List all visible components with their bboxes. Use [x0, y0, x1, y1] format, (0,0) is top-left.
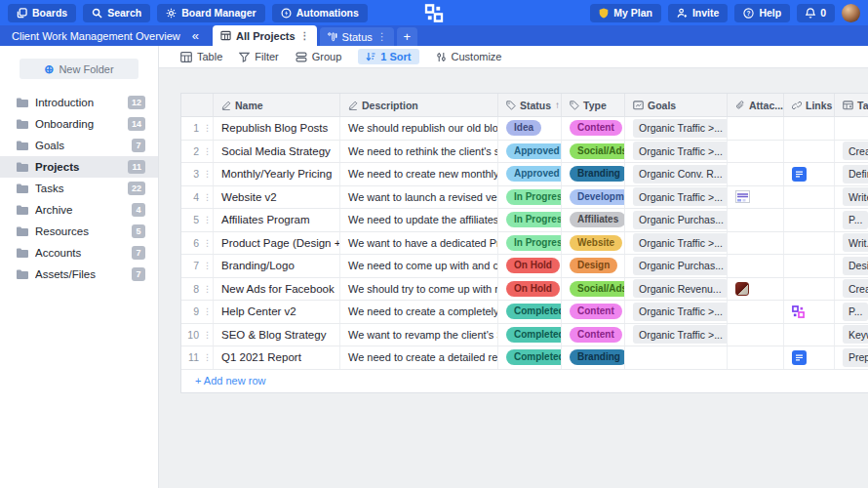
row-drag-handle-icon[interactable]: ⋮	[203, 123, 211, 133]
status-cell[interactable]: In Progress	[498, 209, 562, 231]
links-cell[interactable]	[784, 278, 835, 301]
status-cell[interactable]: In Progress	[498, 186, 562, 209]
row-drag-handle-icon[interactable]: ⋮	[203, 238, 211, 248]
tasks-cell[interactable]: Create...	[835, 141, 868, 163]
tasks-cell[interactable]: Keyw...	[835, 324, 868, 346]
type-cell[interactable]: Social/Ads	[562, 278, 625, 301]
row-drag-handle-icon[interactable]: ⋮	[203, 192, 211, 202]
help-button[interactable]: ? Help	[734, 4, 790, 22]
attachments-cell[interactable]	[728, 278, 784, 301]
name-cell[interactable]: Q1 2021 Report	[214, 346, 340, 369]
goals-cell[interactable]: Organic Traffic >...	[625, 232, 728, 255]
collapse-sidebar-icon[interactable]: «	[188, 29, 213, 46]
attachments-cell[interactable]	[728, 346, 784, 369]
tab-status[interactable]: Status ⋮	[320, 27, 394, 46]
goals-cell[interactable]: Organic Traffic >...	[625, 117, 728, 140]
board-manager-button[interactable]: Board Manager	[157, 4, 264, 22]
status-cell[interactable]: Approved	[498, 163, 562, 185]
tasks-cell[interactable]: P...	[835, 301, 868, 323]
notifications-button[interactable]: 0	[797, 4, 835, 22]
attachments-cell[interactable]	[728, 163, 784, 185]
attachments-cell[interactable]	[728, 301, 784, 323]
name-cell[interactable]: New Ads for Facebook	[214, 278, 340, 301]
description-cell[interactable]: We want to have a dedicated Product P	[340, 232, 498, 255]
links-cell[interactable]	[784, 209, 835, 231]
status-cell[interactable]: Completed	[498, 301, 562, 323]
attachments-cell[interactable]	[728, 232, 784, 255]
attachments-cell[interactable]	[728, 324, 784, 346]
goals-cell[interactable]: Organic Traffic >...	[625, 324, 728, 346]
column-header-type[interactable]: Type	[562, 94, 625, 116]
attachments-cell[interactable]	[728, 209, 784, 231]
description-cell[interactable]: We need to create new monthly/yearly p	[340, 163, 498, 185]
sidebar-item-onboarding[interactable]: Onboarding14	[0, 113, 158, 135]
row-drag-handle-icon[interactable]: ⋮	[203, 284, 211, 294]
description-cell[interactable]: We need to create a completely new He	[340, 301, 498, 323]
links-cell[interactable]	[784, 346, 835, 369]
sidebar-item-projects[interactable]: Projects11	[0, 156, 158, 178]
tasks-cell[interactable]: Writ...	[835, 232, 868, 255]
tasks-cell[interactable]: Prep...	[835, 346, 868, 369]
tasks-cell[interactable]: Write...	[835, 186, 868, 209]
type-cell[interactable]: Website	[562, 232, 625, 255]
tasks-cell[interactable]	[835, 117, 868, 140]
links-cell[interactable]	[784, 324, 835, 346]
description-cell[interactable]: We want to launch a revised version of	[340, 186, 498, 209]
sidebar-item-introduction[interactable]: Introduction12	[0, 92, 158, 113]
row-drag-handle-icon[interactable]: ⋮	[203, 169, 211, 179]
search-button[interactable]: Search	[83, 4, 150, 22]
status-cell[interactable]: In Progress	[498, 232, 562, 255]
name-cell[interactable]: Website v2	[214, 186, 340, 209]
my-plan-button[interactable]: My Plan	[590, 4, 661, 22]
row-drag-handle-icon[interactable]: ⋮	[203, 215, 211, 224]
status-cell[interactable]: Completed	[498, 324, 562, 346]
name-cell[interactable]: Republish Blog Posts	[214, 117, 340, 140]
goals-cell[interactable]: Organic Revenu...	[625, 278, 728, 301]
goals-cell[interactable]: Organic Traffic >...	[625, 301, 728, 323]
tasks-cell[interactable]: Crea...	[835, 278, 868, 301]
add-new-row-button[interactable]: + Add new row	[181, 370, 868, 392]
description-cell[interactable]: We need to rethink the client's social m	[340, 141, 498, 163]
customize-button[interactable]: Customize	[436, 51, 502, 62]
column-header-status[interactable]: Status ↑	[498, 94, 562, 116]
status-cell[interactable]: On Hold	[498, 278, 562, 301]
tab-all-projects[interactable]: All Projects ⋮	[213, 25, 317, 46]
automations-button[interactable]: Automations	[272, 4, 368, 22]
name-cell[interactable]: Product Page (Design + Dev)	[214, 232, 340, 255]
tab-menu-icon[interactable]: ⋮	[377, 31, 386, 42]
goals-cell[interactable]: Organic Purchas...	[625, 255, 728, 277]
column-header-goals[interactable]: Goals	[625, 94, 728, 116]
type-cell[interactable]: Content	[562, 324, 625, 346]
description-cell[interactable]: We should try to come up with new way	[340, 278, 498, 301]
name-cell[interactable]: Help Center v2	[214, 301, 340, 323]
description-cell[interactable]: We need to update the affiliates progra	[340, 209, 498, 231]
row-drag-handle-icon[interactable]: ⋮	[203, 261, 211, 270]
row-drag-handle-icon[interactable]: ⋮	[203, 146, 211, 156]
user-avatar[interactable]	[842, 4, 860, 22]
row-drag-handle-icon[interactable]: ⋮	[203, 330, 211, 340]
status-cell[interactable]: Approved	[498, 141, 562, 163]
attachments-cell[interactable]	[728, 255, 784, 277]
goals-cell[interactable]: Organic Conv. R...	[625, 163, 728, 185]
attachments-cell[interactable]	[728, 186, 784, 209]
tasks-cell[interactable]: Define...	[835, 163, 868, 185]
status-cell[interactable]: Idea	[498, 117, 562, 140]
type-cell[interactable]: Design	[562, 255, 625, 277]
name-cell[interactable]: SEO & Blog Strategy	[214, 324, 340, 346]
links-cell[interactable]	[784, 141, 835, 163]
type-cell[interactable]: Content	[562, 117, 625, 140]
goals-cell[interactable]: Organic Purchas...	[625, 209, 728, 231]
column-header-attachments[interactable]: Attac...	[728, 94, 784, 116]
links-cell[interactable]	[784, 255, 835, 277]
links-cell[interactable]	[784, 232, 835, 255]
attachments-cell[interactable]	[728, 117, 784, 140]
type-cell[interactable]: Social/Ads	[562, 141, 625, 163]
sidebar-item-tasks[interactable]: Tasks22	[0, 178, 158, 199]
description-cell[interactable]: We should republish our old blog posts	[340, 117, 498, 140]
links-cell[interactable]	[784, 186, 835, 209]
goals-cell[interactable]: Organic Traffic >...	[625, 186, 728, 209]
links-cell[interactable]	[784, 163, 835, 185]
sidebar-item-goals[interactable]: Goals7	[0, 135, 158, 156]
description-cell[interactable]: We need to create a detailed report for	[340, 346, 498, 369]
invite-button[interactable]: Invite	[668, 4, 728, 22]
